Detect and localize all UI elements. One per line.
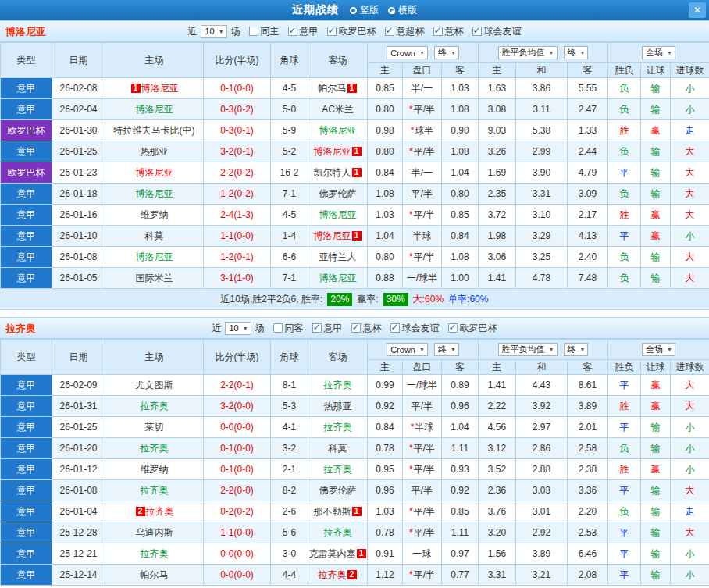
- table-row: 意甲25-12-21拉齐奥0-0(0-0)3-0克雷莫内塞10.91一球0.97…: [1, 543, 709, 565]
- cell-handicap-result: 输: [641, 501, 671, 522]
- bookmaker-select-value: Crown: [390, 48, 415, 58]
- cell-home-team: 热那亚: [105, 141, 204, 162]
- summary-prefix: 近10场,胜2平2负6, 胜率:: [221, 293, 323, 306]
- red-card-badge: 1: [352, 507, 362, 516]
- scope-select[interactable]: 全场▼: [642, 46, 675, 59]
- team-name: 帕尔马: [319, 83, 347, 94]
- col-header-result: 胜负: [608, 63, 641, 78]
- team-name: AC米兰: [322, 104, 354, 115]
- filter-checkbox-意杯[interactable]: 意杯: [351, 322, 382, 335]
- chevron-down-icon: ▼: [451, 50, 456, 55]
- team-name: 拉齐奥: [324, 422, 352, 433]
- cell-ah-plate: *平/半: [403, 501, 442, 522]
- recent-count-select[interactable]: 10▼: [225, 322, 251, 335]
- cell-ah-away: 1.03: [442, 78, 479, 99]
- cell-away-team: AC米兰: [308, 99, 368, 120]
- scope-select[interactable]: 全场▼: [642, 343, 675, 356]
- filter-checkbox-欧罗巴杯[interactable]: 欧罗巴杯: [327, 25, 376, 38]
- final-odds-select[interactable]: 终▼: [434, 343, 459, 356]
- cell-corner: 5-3: [271, 396, 308, 417]
- table-row: 意甲26-01-042拉齐奥0-2(0-2)2-6那不勒斯11.03*平/半0.…: [1, 501, 709, 522]
- cell-home-team: 帕尔马: [105, 565, 204, 586]
- cell-league: 意甲: [1, 268, 52, 289]
- matches-label: 场: [255, 322, 265, 335]
- radio-horizontal-view[interactable]: 横版: [388, 4, 417, 17]
- cell-league: 意甲: [1, 396, 52, 417]
- cell-result: 负: [608, 268, 641, 289]
- final-avg-select[interactable]: 终▼: [564, 46, 589, 59]
- cell-home-team: 博洛尼亚: [105, 99, 204, 120]
- final-avg-select-value: 终: [568, 344, 576, 355]
- handicap-star-icon: *: [409, 506, 413, 517]
- recent-label: 近: [212, 322, 221, 335]
- cell-avg-away: 1.33: [568, 120, 608, 141]
- cell-avg-away: 4.13: [568, 226, 608, 247]
- filter-checkbox-同客[interactable]: 同客: [273, 322, 304, 335]
- cell-ah-home: 0.80: [368, 141, 403, 162]
- team-name: 拉齐奥: [324, 527, 352, 538]
- avg-odds-select[interactable]: 胜平负均值▼: [498, 343, 558, 356]
- final-odds-select-value: 终: [438, 47, 447, 59]
- cell-avg-draw: 2.97: [516, 417, 568, 438]
- cell-goals-result: 小: [671, 226, 709, 247]
- team-name: 博洛尼亚: [136, 104, 173, 115]
- red-card-badge: 1: [131, 84, 141, 93]
- cell-ah-home: 0.85: [368, 78, 403, 99]
- avg-odds-select[interactable]: 胜平负均值▼: [498, 46, 558, 59]
- plate-text: 平/半: [414, 146, 435, 157]
- plate-text: 平/半: [414, 506, 435, 517]
- cell-handicap-result: 输: [641, 162, 671, 184]
- recent-count-select[interactable]: 10▼: [201, 25, 226, 38]
- filter-checkbox-欧罗巴杯[interactable]: 欧罗巴杯: [448, 322, 497, 335]
- col-header-score: 比分(半场): [204, 340, 271, 375]
- cell-ah-away: 0.97: [442, 543, 479, 565]
- team-name: 拉齐奥: [146, 506, 174, 517]
- filter-checkbox-意甲[interactable]: 意甲: [312, 322, 343, 335]
- cell-date: 26-01-25: [52, 141, 105, 162]
- handicap-star-icon: *: [409, 146, 413, 157]
- cell-goals-result: 小: [671, 99, 709, 120]
- final-avg-select[interactable]: 终▼: [564, 343, 589, 356]
- chevron-down-icon: ▼: [419, 50, 425, 55]
- cell-home-team: 乌迪内斯: [105, 522, 204, 543]
- cell-ah-away: 1.04: [442, 417, 479, 438]
- handicap-star-icon: *: [411, 125, 415, 136]
- filter-label: 意杯: [445, 25, 464, 38]
- filter-checkbox-同主[interactable]: 同主: [249, 25, 280, 38]
- team-name: 莱切: [145, 422, 164, 433]
- col-header-eu-home: 主: [479, 63, 516, 78]
- team-name: 帕尔马: [141, 569, 169, 580]
- close-button[interactable]: ✕: [689, 2, 706, 18]
- filter-checkbox-意超杯[interactable]: 意超杯: [385, 25, 425, 38]
- cell-league: 意甲: [1, 480, 52, 501]
- cell-goals-result: 大: [671, 396, 709, 417]
- cell-avg-draw: 4.43: [516, 375, 568, 396]
- table-row: 意甲25-12-28乌迪内斯1-1(0-0)5-6拉齐奥0.78*平/半1.11…: [1, 522, 709, 543]
- cell-ah-plate: 半球: [403, 226, 442, 247]
- team-name: 拉齐奥: [141, 443, 169, 454]
- filter-checkbox-意甲[interactable]: 意甲: [288, 25, 319, 38]
- bookmaker-select[interactable]: Crown▼: [387, 343, 428, 356]
- cell-avg-home: 3.20: [479, 522, 516, 543]
- team-name: 尤文图斯: [136, 380, 173, 390]
- cell-league: 意甲: [1, 501, 52, 522]
- filter-checkbox-意杯[interactable]: 意杯: [433, 25, 464, 38]
- cell-goals-result: 走: [671, 120, 709, 141]
- col-header-eu-away: 客: [568, 63, 608, 78]
- cell-corner: 4-4: [271, 565, 308, 586]
- filter-checkbox-球会友谊[interactable]: 球会友谊: [390, 322, 440, 335]
- cell-date: 25-12-28: [52, 522, 105, 543]
- cell-goals-result: 小: [671, 459, 709, 480]
- filter-label: 意超杯: [397, 25, 425, 38]
- cell-result: 胜: [608, 205, 641, 226]
- cell-away-team: 佛罗伦萨: [308, 480, 368, 501]
- checkbox-icon: [472, 27, 482, 36]
- final-odds-select[interactable]: 终▼: [434, 46, 459, 59]
- cell-corner: 4-5: [271, 78, 308, 99]
- bookmaker-select[interactable]: Crown▼: [387, 46, 428, 59]
- radio-vertical-view[interactable]: 竖版: [350, 4, 379, 17]
- cell-home-team: 莱切: [105, 417, 204, 438]
- cell-ah-home: 0.78: [368, 522, 403, 543]
- filter-checkbox-球会友谊[interactable]: 球会友谊: [472, 25, 522, 38]
- cell-corner: 2-1: [271, 459, 308, 480]
